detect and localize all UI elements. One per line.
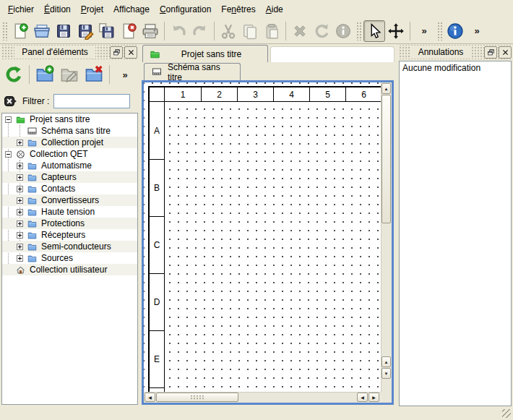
tree-expander-plus[interactable] <box>17 197 27 204</box>
schema-canvas[interactable]: 123456ABCDE <box>144 82 381 392</box>
undo-icon <box>170 22 187 40</box>
vertical-scrollbar[interactable]: ▲▲▼ <box>381 82 392 392</box>
clear-filter-button[interactable] <box>3 94 18 108</box>
column-header-1: 1 <box>165 87 201 102</box>
copy-icon <box>241 22 259 40</box>
menu-fenetres[interactable]: Fenêtres <box>216 1 260 17</box>
menu-fichier[interactable]: Fichier <box>3 1 39 17</box>
tree-expander-plus[interactable] <box>17 186 27 192</box>
edit-category-button[interactable] <box>57 62 82 87</box>
open-folder-icon <box>33 22 51 40</box>
redo-button[interactable] <box>189 20 211 42</box>
print-button[interactable] <box>139 20 161 42</box>
scroll-up-button-2[interactable]: ▲ <box>381 356 391 367</box>
horizontal-scrollbar-thumb[interactable] <box>156 393 238 402</box>
new-category-button[interactable] <box>33 62 57 87</box>
tree-item-collection-utilisateur[interactable]: Collection utilisateur <box>2 264 137 275</box>
toolbar-drag-handle[interactable] <box>2 22 7 40</box>
copy-button[interactable] <box>239 20 261 42</box>
delete-button[interactable] <box>289 20 311 42</box>
save-all-button[interactable] <box>96 20 118 42</box>
toolbar-overflow-2-chevron-icon: » <box>474 25 479 36</box>
tree-item-sources[interactable]: Sources <box>2 252 137 264</box>
tree-item-collection-qet[interactable]: Collection QET <box>2 148 137 160</box>
tree-item-haute-tension[interactable]: Haute tension <box>2 206 137 218</box>
tree-item-semi-conducteurs[interactable]: Semi-conducteurs <box>2 241 137 252</box>
undo-panel-title: Annulations <box>411 47 471 57</box>
qelectrotech-window: FichierÉditionProjetAffichageConfigurati… <box>0 0 513 420</box>
tree-item-schema-sans-titre[interactable]: Schéma sans titre <box>2 125 137 137</box>
tree-item-label: Collection QET <box>30 149 88 159</box>
tree-expander-plus[interactable] <box>17 220 27 227</box>
refresh-icon <box>4 65 23 84</box>
selection-mode-button[interactable] <box>363 20 385 42</box>
toolbar-overflow-1-button[interactable]: » <box>413 20 435 42</box>
horizontal-scrollbar[interactable]: ◀◀▶ <box>144 392 381 403</box>
scroll-up-button[interactable]: ▲ <box>381 83 391 94</box>
menu-configuration[interactable]: Configuration <box>155 1 216 17</box>
scroll-right-button[interactable]: ▶ <box>368 393 379 402</box>
close-document-button[interactable] <box>118 20 139 42</box>
tree-item-recepteurs[interactable]: Récepteurs <box>2 229 137 241</box>
scroll-left-button-2[interactable]: ◀ <box>357 393 368 402</box>
tree-expander-plus[interactable] <box>17 232 27 239</box>
toolbar-separator <box>214 22 215 40</box>
tree-expander-plus[interactable] <box>17 174 27 181</box>
undo-list-item[interactable]: Aucune modification <box>400 61 511 74</box>
panel-overflow-button[interactable]: » <box>113 62 137 87</box>
float-elements-panel-button[interactable] <box>110 46 123 59</box>
close-undo-panel-button[interactable] <box>499 46 512 59</box>
tree-item-contacts[interactable]: Contacts <box>2 183 137 194</box>
tree-item-automatisme[interactable]: Automatisme <box>2 160 137 171</box>
menu-projet[interactable]: Projet <box>76 1 108 17</box>
scroll-down-button[interactable]: ▼ <box>381 368 391 379</box>
vertical-scrollbar-thumb[interactable] <box>381 95 391 223</box>
tree-item-projet-sans-titre[interactable]: Projet sans titre <box>2 113 137 125</box>
new-document-button[interactable] <box>9 20 31 42</box>
folder-blue-icon <box>27 196 38 205</box>
tree-item-protections[interactable]: Protections <box>2 218 137 229</box>
tree-expander-minus[interactable] <box>5 116 15 123</box>
about-qet-button[interactable] <box>444 20 466 42</box>
menu-affichage[interactable]: Affichage <box>108 1 155 17</box>
cut-button[interactable] <box>217 20 239 42</box>
tree-expander-plus[interactable] <box>17 163 27 169</box>
paste-button[interactable] <box>261 20 283 42</box>
tree-expander-plus[interactable] <box>17 244 27 250</box>
menu-edition[interactable]: Édition <box>39 1 76 17</box>
save-as-button[interactable] <box>74 20 96 42</box>
column-header-5: 5 <box>309 87 345 102</box>
save-button[interactable] <box>53 20 74 42</box>
tree-expander-minus[interactable] <box>5 151 15 158</box>
scroll-left-button[interactable]: ◀ <box>145 393 155 402</box>
row-label-C: C <box>150 217 165 274</box>
tree-expander-plus[interactable] <box>17 209 27 215</box>
filter-input[interactable] <box>53 94 130 108</box>
tree-item-capteurs[interactable]: Capteurs <box>2 171 137 183</box>
undo-button[interactable] <box>168 20 189 42</box>
tree-item-label: Automatisme <box>41 160 92 171</box>
menu-aide[interactable]: Aide <box>261 1 288 17</box>
float-undo-panel-button[interactable] <box>484 46 497 59</box>
tree-item-convertisseurs[interactable]: Convertisseurs <box>2 194 137 206</box>
element-info-button[interactable] <box>332 20 354 42</box>
resize-grip[interactable] <box>502 409 511 418</box>
open-document-button[interactable] <box>31 20 53 42</box>
toolbar-drag-handle[interactable] <box>356 22 361 40</box>
tree-item-label: Sources <box>41 253 73 263</box>
toolbar-overflow-2-button[interactable]: » <box>466 20 488 42</box>
rotate-button[interactable] <box>311 20 332 42</box>
delete-category-button[interactable] <box>82 62 106 87</box>
pan-mode-button[interactable] <box>385 20 407 42</box>
toolbar-drag-handle[interactable] <box>437 22 442 40</box>
reload-collections-button[interactable] <box>1 62 26 87</box>
elements-tree: Projet sans titreSchéma sans titreCollec… <box>1 113 138 405</box>
folder-plus-icon <box>35 65 54 84</box>
tree-item-collection-projet[interactable]: Collection projet <box>2 137 137 148</box>
close-elements-panel-button[interactable] <box>124 46 137 59</box>
tree-expander-plus[interactable] <box>17 255 27 262</box>
folder-blue-icon <box>27 207 38 217</box>
tab-schema[interactable]: Schéma sans titre <box>144 63 241 80</box>
tab-project[interactable]: Projet sans titre <box>142 45 268 62</box>
tree-expander-plus[interactable] <box>17 140 27 146</box>
